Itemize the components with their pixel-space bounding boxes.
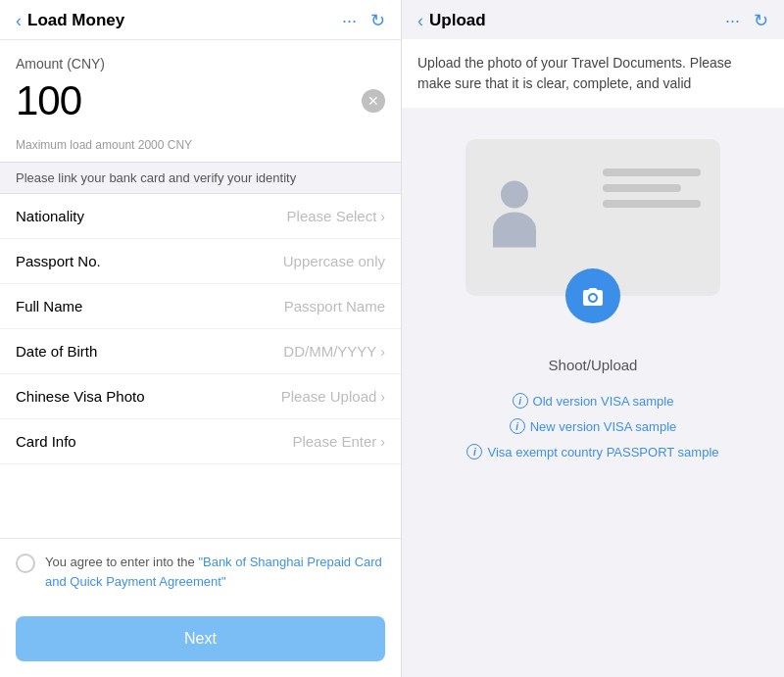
card-info-label: Card Info bbox=[16, 433, 76, 450]
passport-row[interactable]: Passport No. Uppercase only bbox=[0, 239, 401, 284]
id-card-mockup bbox=[466, 139, 720, 296]
visa-row[interactable]: Chinese Visa Photo Please Upload › bbox=[0, 374, 401, 419]
passport-label: Visa exempt country PASSPORT sample bbox=[487, 445, 718, 459]
dob-row[interactable]: Date of Birth DD/MM/YYYY › bbox=[0, 329, 401, 374]
person-head-icon bbox=[501, 181, 528, 209]
right-header-left-group: ‹ Upload bbox=[417, 11, 486, 31]
passport-sample-link[interactable]: i Visa exempt country PASSPORT sample bbox=[466, 444, 718, 459]
shoot-upload-label: Shoot/Upload bbox=[549, 357, 638, 373]
right-more-icon[interactable]: ··· bbox=[725, 11, 740, 31]
nationality-label: Nationality bbox=[16, 208, 84, 224]
old-visa-label: Old version VISA sample bbox=[533, 394, 674, 409]
chevron-icon: › bbox=[380, 389, 385, 405]
old-visa-sample-link[interactable]: i Old version VISA sample bbox=[513, 393, 674, 409]
agreement-checkbox[interactable] bbox=[16, 554, 35, 573]
right-header-icons: ··· ↻ bbox=[725, 10, 768, 31]
fullname-row[interactable]: Full Name Passport Name bbox=[0, 284, 401, 329]
new-visa-label: New version VISA sample bbox=[530, 419, 677, 434]
visa-value: Please Upload › bbox=[281, 388, 385, 405]
chevron-icon: › bbox=[380, 344, 385, 360]
agreement-text: You agree to enter into the "Bank of Sha… bbox=[45, 553, 385, 591]
header-left-group: ‹ Load Money bbox=[16, 11, 124, 31]
passport-label: Passport No. bbox=[16, 253, 101, 269]
header-icons-group: ··· ↻ bbox=[342, 10, 385, 31]
camera-shoot-button[interactable] bbox=[565, 268, 620, 323]
id-line-2 bbox=[603, 184, 681, 192]
passport-value: Uppercase only bbox=[283, 253, 385, 269]
dob-value: DD/MM/YYYY › bbox=[283, 343, 385, 360]
amount-value: 100 bbox=[16, 77, 81, 124]
nationality-row[interactable]: Nationality Please Select › bbox=[0, 194, 401, 239]
chevron-icon: › bbox=[380, 209, 385, 224]
chevron-icon: › bbox=[380, 434, 385, 450]
agreement-section: You agree to enter into the "Bank of Sha… bbox=[0, 538, 401, 604]
nationality-value: Please Select › bbox=[287, 208, 385, 224]
right-header: ‹ Upload ··· ↻ bbox=[402, 0, 784, 39]
info-icon-3: i bbox=[466, 444, 482, 459]
dob-label: Date of Birth bbox=[16, 343, 97, 360]
left-header: ‹ Load Money ··· ↻ bbox=[0, 0, 401, 40]
info-icon-1: i bbox=[513, 393, 528, 409]
upload-card-area: Shoot/Upload i Old version VISA sample i… bbox=[402, 120, 784, 677]
fullname-label: Full Name bbox=[16, 298, 82, 314]
right-page-title: Upload bbox=[429, 11, 486, 30]
back-arrow-icon[interactable]: ‹ bbox=[16, 11, 22, 31]
id-line-1 bbox=[603, 169, 701, 176]
upload-description: Upload the photo of your Travel Document… bbox=[402, 39, 784, 108]
person-body-icon bbox=[493, 213, 536, 248]
id-card-person-icon bbox=[485, 181, 544, 255]
page-title: Load Money bbox=[27, 11, 124, 30]
max-load-text: Maximum load amount 2000 CNY bbox=[0, 132, 401, 162]
right-back-arrow-icon[interactable]: ‹ bbox=[417, 11, 423, 31]
id-card-lines bbox=[603, 169, 701, 208]
load-money-panel: ‹ Load Money ··· ↻ Amount (CNY) 100 ✕ Ma… bbox=[0, 0, 402, 677]
more-options-icon[interactable]: ··· bbox=[342, 11, 357, 31]
info-icon-2: i bbox=[510, 418, 525, 434]
fullname-value: Passport Name bbox=[284, 298, 385, 314]
section-header: Please link your bank card and verify yo… bbox=[0, 162, 401, 194]
agreement-text-prefix: You agree to enter into the bbox=[45, 555, 198, 569]
new-visa-sample-link[interactable]: i New version VISA sample bbox=[510, 418, 677, 434]
id-line-3 bbox=[603, 200, 701, 208]
sample-links-group: i Old version VISA sample i New version … bbox=[466, 393, 718, 459]
clear-button[interactable]: ✕ bbox=[362, 89, 385, 113]
amount-label: Amount (CNY) bbox=[16, 56, 385, 72]
form-rows: Nationality Please Select › Passport No.… bbox=[0, 194, 401, 538]
next-button[interactable]: Next bbox=[16, 616, 385, 661]
upload-panel: ‹ Upload ··· ↻ Upload the photo of your … bbox=[402, 0, 784, 677]
card-info-value: Please Enter › bbox=[292, 433, 385, 450]
amount-section: Amount (CNY) 100 ✕ bbox=[0, 40, 401, 132]
right-refresh-icon[interactable]: ↻ bbox=[754, 10, 768, 31]
visa-label: Chinese Visa Photo bbox=[16, 388, 144, 405]
card-info-row[interactable]: Card Info Please Enter › bbox=[0, 419, 401, 464]
refresh-icon[interactable]: ↻ bbox=[370, 10, 385, 31]
amount-row: 100 ✕ bbox=[16, 77, 385, 124]
